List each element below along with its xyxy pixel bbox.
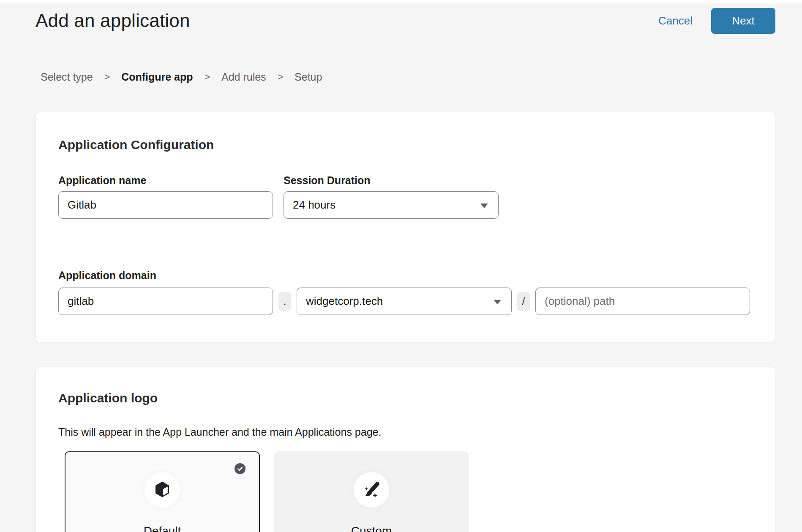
custom-logo-circle — [354, 472, 389, 508]
logo-option-default[interactable]: Default — [65, 451, 260, 532]
application-logo-heading: Application logo — [58, 367, 753, 405]
paintbrush-icon — [362, 480, 381, 499]
selected-check-badge — [235, 463, 246, 474]
logo-option-custom[interactable]: Custom — [274, 451, 469, 532]
application-logo-card: Application logo This will appear in the… — [35, 367, 775, 532]
application-domain-label: Application domain — [58, 269, 753, 282]
breadcrumb: Select type > Configure app > Add rules … — [41, 71, 802, 83]
session-duration-select[interactable]: 24 hours — [284, 191, 499, 219]
session-duration-field-group: Session Duration 24 hours — [284, 174, 499, 219]
logo-option-default-label: Default — [144, 524, 181, 532]
check-icon — [237, 465, 243, 472]
application-name-input[interactable] — [58, 191, 273, 219]
page-header: Add an application Cancel Next — [0, 3, 802, 34]
logo-option-custom-label: Custom — [351, 524, 392, 532]
breadcrumb-separator: > — [104, 71, 110, 83]
breadcrumb-step-configure-app[interactable]: Configure app — [121, 71, 193, 83]
application-configuration-heading: Application Configuration — [58, 112, 753, 152]
name-duration-row: Application name Session Duration 24 hou… — [58, 174, 753, 219]
session-duration-value: 24 hours — [293, 198, 336, 212]
top-strip — [0, 0, 802, 3]
application-configuration-card: Application Configuration Application na… — [35, 112, 775, 342]
breadcrumb-step-setup[interactable]: Setup — [295, 71, 322, 83]
subdomain-input[interactable] — [58, 288, 273, 315]
path-input[interactable] — [535, 288, 750, 315]
chevron-down-icon — [494, 300, 501, 304]
application-name-field-group: Application name — [58, 174, 273, 219]
logo-option-tiles: Default Custom — [65, 451, 753, 532]
slash-separator: / — [517, 292, 530, 311]
application-name-label: Application name — [58, 174, 273, 187]
chevron-down-icon — [480, 204, 488, 208]
page-title: Add an application — [35, 10, 190, 31]
header-actions: Cancel Next — [658, 8, 775, 34]
domain-select-value: widgetcorp.tech — [306, 295, 383, 308]
application-domain-row: . widgetcorp.tech / — [58, 288, 753, 315]
breadcrumb-step-select-type[interactable]: Select type — [41, 71, 93, 83]
default-logo-circle — [145, 472, 180, 508]
breadcrumb-separator: > — [278, 71, 283, 83]
breadcrumb-step-add-rules[interactable]: Add rules — [221, 71, 266, 83]
cancel-button[interactable]: Cancel — [658, 14, 693, 27]
domain-select[interactable]: widgetcorp.tech — [297, 288, 512, 315]
cube-icon — [153, 480, 172, 499]
breadcrumb-separator: > — [205, 71, 210, 83]
dot-separator: . — [278, 292, 291, 311]
session-duration-label: Session Duration — [284, 174, 499, 187]
next-button[interactable]: Next — [711, 8, 775, 34]
application-logo-description: This will appear in the App Launcher and… — [58, 426, 753, 438]
